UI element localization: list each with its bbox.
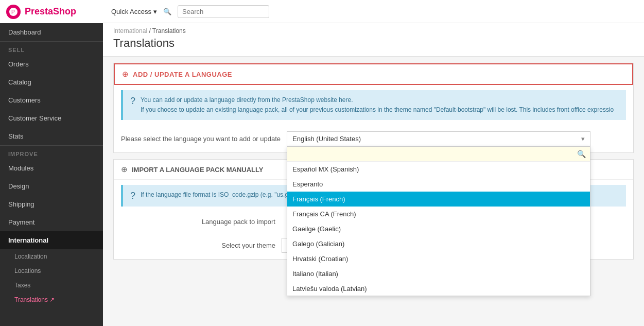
dropdown-option-ga[interactable]: Gaeilge (Gaelic) <box>287 221 590 236</box>
info-text-line1: You can add or update a language directl… <box>141 95 614 105</box>
add-language-icon: ⊕ <box>122 70 129 79</box>
logo: P PrestaShop <box>0 0 103 23</box>
topbar: Quick Access ▾ 🔍 <box>103 0 644 23</box>
search-icon-button[interactable]: 🔍 <box>163 8 171 15</box>
sidebar-item-customer-service[interactable]: Customer Service <box>0 109 103 127</box>
sidebar-item-international[interactable]: International <box>0 231 103 249</box>
language-select-label: Please select the language you want to a… <box>121 135 281 143</box>
language-pack-label: Language pack to import <box>121 218 275 226</box>
sidebar-item-dashboard[interactable]: Dashboard <box>0 23 103 41</box>
sidebar-item-stats[interactable]: Stats <box>0 127 103 145</box>
language-dropdown-menu: 🔍 Español MX (Spanish) Esperanto Françai… <box>287 146 590 296</box>
import-icon: ⊕ <box>121 165 128 174</box>
dropdown-search-input[interactable] <box>291 150 577 158</box>
info-text-line2: If you choose to update an existing lang… <box>141 105 614 115</box>
dropdown-option-hr[interactable]: Hrvatski (Croatian) <box>287 251 590 266</box>
page-title: Translations <box>113 37 634 50</box>
dropdown-option-it[interactable]: Italiano (Italian) <box>287 266 590 281</box>
sidebar-sub-item-translations[interactable]: Translations ↗ <box>0 293 103 307</box>
dropdown-search-box: 🔍 <box>287 147 590 162</box>
sidebar-sub-item-localization[interactable]: Localization <box>0 249 103 264</box>
sidebar-item-orders[interactable]: Orders <box>0 55 103 73</box>
add-language-info-box: ? You can add or update a language direc… <box>121 90 626 120</box>
sidebar-section-sell: SELL <box>0 41 103 55</box>
dropdown-option-es-mx[interactable]: Español MX (Spanish) <box>287 162 590 177</box>
sidebar-sub-item-taxes[interactable]: Taxes <box>0 278 103 293</box>
dropdown-option-fr[interactable]: Français (French) <box>287 192 590 207</box>
breadcrumb: International / Translations <box>113 27 634 35</box>
sidebar: P PrestaShop Dashboard SELL Orders Catal… <box>0 0 103 326</box>
sidebar-item-design[interactable]: Design <box>0 177 103 195</box>
import-info-icon: ? <box>130 191 135 201</box>
quick-access-arrow-icon: ▾ <box>153 8 157 15</box>
breadcrumb-parent[interactable]: International <box>113 27 147 35</box>
sidebar-item-shipping[interactable]: Shipping <box>0 195 103 213</box>
sidebar-sub-item-locations[interactable]: Locations <box>0 264 103 278</box>
content-inner: ⊕ ADD / UPDATE A LANGUAGE ? You can add … <box>103 63 644 276</box>
add-language-title: ADD / UPDATE A LANGUAGE <box>133 71 232 78</box>
breadcrumb-current: Translations <box>152 27 186 35</box>
quick-access-button[interactable]: Quick Access ▾ <box>111 8 157 15</box>
info-icon: ? <box>130 96 135 107</box>
dropdown-option-lv[interactable]: Latviešu valoda (Latvian) <box>287 281 590 296</box>
dropdown-arrow-icon: ▾ <box>581 135 585 143</box>
dropdown-option-gl[interactable]: Galego (Galician) <box>287 236 590 251</box>
add-language-header[interactable]: ⊕ ADD / UPDATE A LANGUAGE <box>114 63 633 85</box>
import-language-title: IMPORT A LANGUAGE PACK MANUALLY <box>132 166 263 174</box>
language-dropdown-value: English (United States) <box>292 135 361 143</box>
sidebar-item-customers[interactable]: Customers <box>0 91 103 109</box>
quick-access-label: Quick Access <box>111 8 151 15</box>
sidebar-item-modules[interactable]: Modules <box>0 159 103 177</box>
main-content: Quick Access ▾ 🔍 International / Transla… <box>103 0 644 326</box>
add-language-section: ⊕ ADD / UPDATE A LANGUAGE ? You can add … <box>113 63 634 153</box>
language-dropdown-wrapper: English (United States) ▾ 🔍 Español MX (… <box>287 131 590 146</box>
select-theme-label: Select your theme <box>121 242 275 249</box>
language-dropdown-selected[interactable]: English (United States) ▾ <box>287 131 590 146</box>
page-header: International / Translations Translation… <box>103 23 644 57</box>
sidebar-item-payment[interactable]: Payment <box>0 213 103 231</box>
dropdown-search-icon: 🔍 <box>577 150 586 158</box>
logo-text: PrestaShop <box>25 6 76 17</box>
sidebar-section-improve: IMPROVE <box>0 145 103 159</box>
sidebar-item-catalog[interactable]: Catalog <box>0 73 103 91</box>
content-area: International / Translations Translation… <box>103 23 644 326</box>
dropdown-list: Español MX (Spanish) Esperanto Français … <box>287 162 590 296</box>
logo-icon: P <box>6 5 21 19</box>
search-input[interactable] <box>182 8 265 15</box>
language-select-row: Please select the language you want to a… <box>114 125 633 152</box>
svg-text:P: P <box>11 9 15 15</box>
info-box-content: You can add or update a language directl… <box>141 95 614 115</box>
dropdown-option-fr-ca[interactable]: Français CA (French) <box>287 207 590 221</box>
search-box <box>178 5 269 18</box>
dropdown-option-eo[interactable]: Esperanto <box>287 177 590 192</box>
